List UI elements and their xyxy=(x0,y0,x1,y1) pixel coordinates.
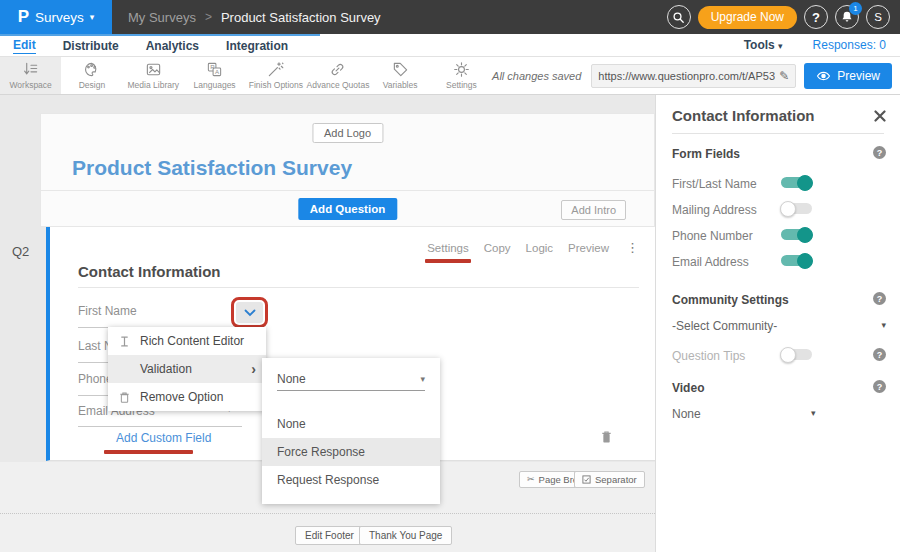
questionpro-logo: P xyxy=(18,7,29,27)
toolbar-media-library[interactable]: Media Library xyxy=(123,57,184,94)
upgrade-now-button[interactable]: Upgrade Now xyxy=(698,6,797,29)
menu-item-remove-option[interactable]: Remove Option xyxy=(108,383,266,411)
tab-integration[interactable]: Integration xyxy=(226,37,288,53)
field-label-first-name[interactable]: First Name xyxy=(78,304,137,318)
toolbar-settings[interactable]: Settings xyxy=(431,57,492,94)
toolbar-finish-options[interactable]: Finish Options xyxy=(245,57,306,94)
menu-item-validation[interactable]: Validation › xyxy=(108,355,266,383)
question-title[interactable]: Contact Information xyxy=(78,263,221,280)
toolbar-item-label: Media Library xyxy=(128,80,180,90)
kebab-menu-icon[interactable]: ⋮ xyxy=(626,240,639,255)
toggle-label-phone-number: Phone Number xyxy=(672,229,753,243)
divider xyxy=(41,190,654,191)
chevron-down-icon: ▾ xyxy=(420,374,425,384)
question-action-copy[interactable]: Copy xyxy=(484,242,511,254)
add-logo-button[interactable]: Add Logo xyxy=(312,123,383,143)
help-button[interactable]: ? xyxy=(804,5,828,29)
toggle-phone-number[interactable] xyxy=(781,229,812,240)
save-status-text: All changes saved xyxy=(492,70,581,82)
question-action-preview[interactable]: Preview xyxy=(568,242,609,254)
select-community-dropdown[interactable]: -Select Community- xyxy=(672,319,777,333)
avatar-initial: S xyxy=(874,11,882,23)
image-icon xyxy=(145,61,162,78)
validation-option-force-response[interactable]: Force Response xyxy=(262,438,440,466)
subnav-right: Tools ▾ Responses: 0 xyxy=(744,38,886,52)
toolbar-item-label: Languages xyxy=(194,80,236,90)
help-icon[interactable]: ? xyxy=(873,348,886,361)
chevron-down-icon: ▾ xyxy=(778,41,783,51)
edit-footer-button[interactable]: Edit Footer xyxy=(295,526,364,545)
validation-select[interactable]: None ▾ xyxy=(277,368,425,391)
subnav-accent-line xyxy=(0,34,320,36)
separator-button[interactable]: Separator xyxy=(574,471,645,488)
questionpro-survey-editor: P Surveys ▾ My Surveys > Product Satisfa… xyxy=(0,0,900,552)
close-icon[interactable] xyxy=(874,108,886,126)
tools-dropdown[interactable]: Tools ▾ xyxy=(744,38,783,52)
toggle-knob xyxy=(797,175,813,191)
add-custom-field-link[interactable]: Add Custom Field xyxy=(116,431,211,445)
breadcrumb-my-surveys[interactable]: My Surveys xyxy=(128,10,196,25)
menu-item-rich-content-editor[interactable]: Rich Content Editor xyxy=(108,327,266,355)
question-action-logic[interactable]: Logic xyxy=(526,242,554,254)
toggle-knob xyxy=(797,253,813,269)
editor-toolbar: Workspace Design Media Library RA Langua… xyxy=(0,57,900,95)
divider xyxy=(78,287,639,288)
thank-you-page-button[interactable]: Thank You Page xyxy=(359,526,452,545)
toggle-mailing-address[interactable] xyxy=(781,203,812,214)
survey-url-box: ✎ xyxy=(591,64,796,88)
toolbar-design[interactable]: Design xyxy=(61,57,122,94)
edit-url-pencil-icon[interactable]: ✎ xyxy=(779,69,789,83)
menu-item-label: Validation xyxy=(140,362,192,376)
palette-icon xyxy=(83,61,100,78)
toolbar-item-label: Workspace xyxy=(9,80,51,90)
validation-option-none[interactable]: None xyxy=(262,410,440,438)
question-settings-sidebar: Contact Information Form Fields ? First/… xyxy=(655,95,900,552)
tab-edit[interactable]: Edit xyxy=(13,36,36,54)
field-options-chevron-button[interactable] xyxy=(236,302,263,323)
menu-item-label: Rich Content Editor xyxy=(140,334,244,348)
toolbar-advance-quotas[interactable]: Advance Quotas xyxy=(307,57,370,94)
search-button[interactable] xyxy=(667,5,691,29)
breadcrumb-separator-icon: > xyxy=(205,10,212,24)
toolbar-languages[interactable]: RA Languages xyxy=(184,57,245,94)
toggle-first-last-name[interactable] xyxy=(781,177,812,188)
toggle-knob xyxy=(780,347,796,363)
survey-header-card: Add Logo Product Satisfaction Survey Add… xyxy=(40,113,655,227)
help-icon[interactable]: ? xyxy=(873,380,886,393)
validation-option-request-response[interactable]: Request Response xyxy=(262,466,440,494)
translate-icon: RA xyxy=(206,61,223,78)
menu-item-label: Remove Option xyxy=(140,390,223,404)
tab-analytics[interactable]: Analytics xyxy=(146,37,199,53)
help-icon[interactable]: ? xyxy=(873,146,886,159)
add-intro-button[interactable]: Add Intro xyxy=(561,200,626,220)
add-question-button[interactable]: Add Question xyxy=(298,198,397,220)
notifications-button[interactable]: 1 xyxy=(835,5,859,29)
toolbar-item-label: Variables xyxy=(383,80,418,90)
delete-question-trash-icon[interactable] xyxy=(600,430,613,448)
toolbar-item-label: Settings xyxy=(446,80,477,90)
tab-distribute[interactable]: Distribute xyxy=(63,37,119,53)
checkbox-icon xyxy=(582,475,591,484)
toggle-question-tips[interactable] xyxy=(781,349,812,360)
breadcrumb-survey-name: Product Satisfaction Survey xyxy=(221,10,381,25)
community-settings-heading: Community Settings xyxy=(672,293,789,307)
toolbar-workspace[interactable]: Workspace xyxy=(0,57,61,94)
chevron-down-icon xyxy=(244,309,256,317)
chevron-down-icon[interactable]: ▾ xyxy=(881,320,886,330)
preview-button[interactable]: Preview xyxy=(804,63,892,89)
survey-title[interactable]: Product Satisfaction Survey xyxy=(72,156,352,180)
help-icon[interactable]: ? xyxy=(873,292,886,305)
dotted-divider xyxy=(0,513,655,514)
question-actions: Settings Copy Logic Preview ⋮ xyxy=(427,240,639,255)
toolbar-variables[interactable]: Variables xyxy=(369,57,430,94)
account-avatar[interactable]: S xyxy=(866,5,890,29)
divider xyxy=(672,133,884,134)
chevron-down-icon[interactable]: ▾ xyxy=(811,408,816,418)
toolbar-right: All changes saved ✎ Preview xyxy=(492,57,900,94)
video-dropdown[interactable]: None xyxy=(672,407,701,421)
product-switcher[interactable]: P Surveys ▾ xyxy=(0,0,112,34)
toggle-email-address[interactable] xyxy=(781,255,812,266)
survey-url-input[interactable] xyxy=(598,70,775,82)
responses-count[interactable]: Responses: 0 xyxy=(813,38,886,52)
question-action-settings[interactable]: Settings xyxy=(427,242,469,254)
